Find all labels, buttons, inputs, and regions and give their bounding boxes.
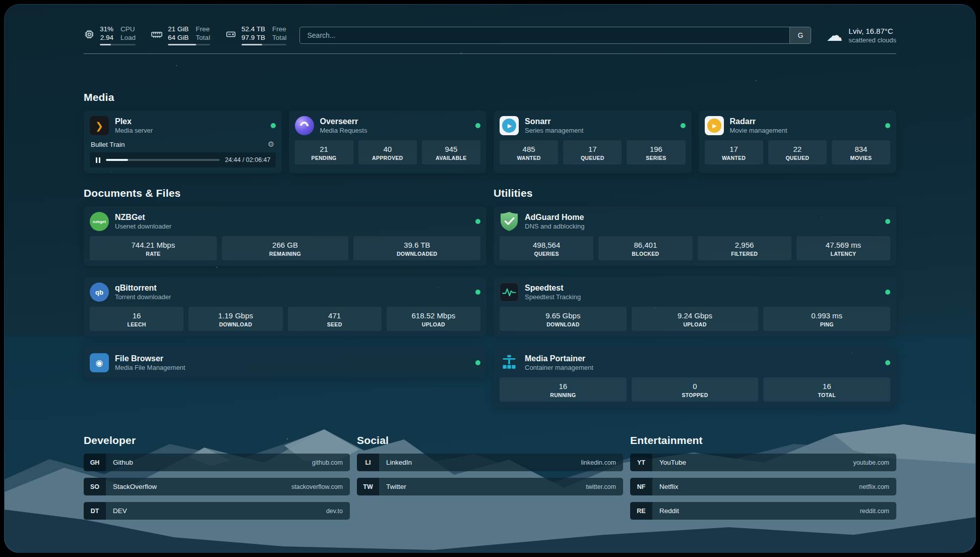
memory-free-label: Free	[196, 25, 210, 33]
stat-value: 9.24 Gbps	[634, 311, 757, 320]
bookmark-youtube[interactable]: YTYouTubeyoutube.com	[630, 454, 896, 471]
section-title-documents: Documents & Files	[84, 187, 486, 199]
stat-value: 16	[765, 382, 888, 391]
cpu-load: 2.94	[100, 33, 113, 42]
stat-stopped: 0STOPPED	[632, 377, 759, 402]
service-name: Speedtest	[525, 284, 581, 293]
stat-label: MOVIES	[834, 155, 888, 161]
stat-queued: 22QUEUED	[768, 140, 827, 164]
status-dot	[885, 123, 890, 128]
bookmark-github[interactable]: GHGithubgithub.com	[84, 454, 350, 471]
stat-value: 16	[92, 311, 181, 320]
stat-upload: 618.52 MbpsUPLOAD	[387, 307, 480, 331]
bookmark-name: Reddit	[659, 507, 679, 515]
stat-leech: 16LEECH	[90, 307, 183, 331]
bookmarks-grid: DeveloperGHGithubgithub.comSOStackOverfl…	[84, 434, 896, 520]
section-documents: Documents & Files nzbgetNZBGetUsenet dow…	[84, 187, 486, 407]
stat-label: QUEUED	[770, 155, 825, 161]
stat-label: WANTED	[502, 155, 556, 161]
memory-icon	[151, 28, 163, 42]
stat-latency: 47.569 msLATENCY	[797, 236, 890, 260]
service-name: qBittorrent	[115, 284, 171, 293]
dashboard-content: 31% CPU 2.94 Load	[84, 5, 896, 520]
bookmark-url: linkedin.com	[581, 459, 616, 466]
utilities-card-stack: AdGuard HomeDNS and adblocking498,564QUE…	[494, 206, 896, 407]
bookmark-stackoverflow[interactable]: SOStackOverflowstackoverflow.com	[84, 478, 350, 495]
bookmark-dev[interactable]: DTDEVdev.to	[84, 502, 350, 520]
bookmark-name: Twitter	[386, 483, 406, 490]
search-provider-button[interactable]: G	[789, 27, 811, 43]
radarr-icon: ▶	[705, 116, 724, 135]
service-name: Media Portainer	[525, 354, 593, 363]
bookmark-twitter[interactable]: TWTwittertwitter.com	[357, 478, 623, 495]
cpu-bar-fill	[100, 44, 111, 45]
portainer-icon	[500, 353, 519, 372]
stat-value: 39.6 TB	[355, 241, 478, 249]
top-bar: 31% CPU 2.94 Load	[84, 25, 896, 45]
media-card-grid: ❯PlexMedia serverBullet Train⚙24:44 / 02…	[84, 110, 896, 173]
memory-monitor: 21 GiB Free 64 GiB Total	[151, 25, 210, 45]
stat-label: RUNNING	[502, 392, 625, 398]
bookmark-url: reddit.com	[860, 508, 889, 515]
service-card-qbittorrent[interactable]: qbqBittorrentTorrent downloader16LEECH1.…	[84, 277, 486, 337]
service-card-media-portainer[interactable]: Media PortainerContainer management16RUN…	[494, 348, 896, 407]
stat-value: 47.569 ms	[799, 241, 888, 249]
service-card-speedtest[interactable]: SpeedtestSpeedtest Tracking9.65 GbpsDOWN…	[494, 277, 896, 337]
filebrowser-icon: ◉	[90, 353, 109, 372]
stat-running: 16RUNNING	[500, 377, 627, 402]
pause-icon[interactable]	[95, 157, 101, 163]
bookmark-linkedin[interactable]: LILinkedInlinkedin.com	[357, 454, 623, 471]
now-playing-title: Bullet Train	[91, 141, 125, 148]
bookmark-name: YouTube	[659, 459, 686, 466]
section-media: Media ❯PlexMedia serverBullet Train⚙24:4…	[84, 91, 896, 173]
stat-queued: 17QUEUED	[563, 140, 622, 164]
bookmark-url: dev.to	[326, 508, 343, 515]
system-monitors: 31% CPU 2.94 Load	[84, 25, 286, 45]
stat-value: 17	[565, 145, 620, 153]
status-dot	[681, 123, 686, 128]
bookmark-abbr: SO	[84, 478, 106, 495]
bookmark-reddit[interactable]: RERedditreddit.com	[630, 502, 896, 520]
memory-free: 21 GiB	[168, 25, 189, 33]
stat-label: DOWNLOAD	[502, 321, 625, 327]
stat-series: 196SERIES	[627, 140, 685, 164]
service-card-radarr[interactable]: ▶RadarrMovie management17WANTED22QUEUED8…	[699, 110, 897, 173]
bookmark-group-entertainment: EntertainmentYTYouTubeyoutube.comNFNetfl…	[630, 434, 896, 520]
service-name: Overseerr	[320, 117, 368, 126]
stat-upload: 9.24 GbpsUPLOAD	[632, 307, 759, 331]
service-name: Radarr	[730, 117, 787, 126]
stat-queries: 498,564QUERIES	[500, 236, 593, 260]
bookmark-name: DEV	[113, 507, 127, 515]
service-card-plex[interactable]: ❯PlexMedia serverBullet Train⚙24:44 / 02…	[84, 110, 282, 173]
stat-value: 40	[360, 145, 415, 153]
stat-value: 1.19 Gbps	[191, 311, 280, 320]
stat-value: 744.21 Mbps	[92, 241, 215, 249]
service-card-nzbget[interactable]: nzbgetNZBGetUsenet downloader744.21 Mbps…	[84, 206, 486, 266]
service-card-file-browser[interactable]: ◉File BrowserMedia File Management	[84, 348, 486, 378]
bookmark-netflix[interactable]: NFNetflixnetflix.com	[630, 478, 896, 495]
status-dot	[271, 123, 276, 128]
stat-label: TOTAL	[765, 392, 888, 398]
bookmark-url: netflix.com	[859, 483, 889, 490]
stat-label: RATE	[92, 251, 215, 257]
service-subtitle: Torrent downloader	[115, 293, 171, 301]
disk-free-label: Free	[272, 25, 287, 33]
gear-icon[interactable]: ⚙	[268, 140, 274, 149]
section-title-media: Media	[84, 91, 896, 103]
disk-total-label: Total	[272, 33, 287, 42]
service-card-sonarr[interactable]: ▶SonarrSeries management485WANTED17QUEUE…	[494, 110, 692, 173]
playback-progress-bar	[106, 159, 220, 161]
service-subtitle: DNS and adblocking	[525, 222, 585, 230]
stat-value: 196	[629, 145, 683, 153]
stat-value: 834	[834, 145, 888, 153]
stat-label: FILTERED	[700, 251, 789, 257]
service-card-adguard-home[interactable]: AdGuard HomeDNS and adblocking498,564QUE…	[494, 206, 896, 266]
cpu-monitor: 31% CPU 2.94 Load	[84, 25, 136, 45]
search-input[interactable]	[300, 27, 789, 43]
stat-ping: 0.993 msPING	[763, 307, 890, 331]
status-dot	[475, 290, 480, 295]
status-dot	[885, 219, 890, 224]
section-title-developer: Developer	[84, 434, 350, 447]
service-card-overseerr[interactable]: OverseerrMedia Requests21PENDING40APPROV…	[289, 110, 487, 173]
nzbget-icon: nzbget	[90, 212, 109, 231]
